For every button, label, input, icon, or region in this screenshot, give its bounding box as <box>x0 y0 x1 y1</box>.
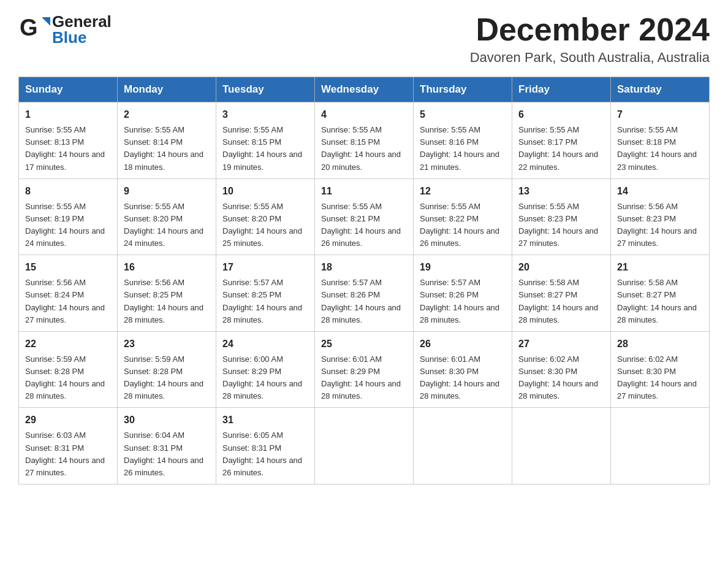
calendar-cell <box>414 408 512 484</box>
calendar-cell <box>315 408 414 484</box>
calendar-cell: 18Sunrise: 5:57 AMSunset: 8:26 PMDayligh… <box>315 255 414 332</box>
day-number: 14 <box>617 184 703 199</box>
day-number: 22 <box>25 337 111 351</box>
day-info: Sunrise: 5:59 AMSunset: 8:28 PMDaylight:… <box>25 353 111 403</box>
calendar-cell: 5Sunrise: 5:55 AMSunset: 8:16 PMDaylight… <box>414 102 512 179</box>
day-number: 2 <box>124 107 210 122</box>
day-number: 19 <box>420 260 506 275</box>
calendar-week-row: 8Sunrise: 5:55 AMSunset: 8:19 PMDaylight… <box>19 178 710 255</box>
calendar-cell: 22Sunrise: 5:59 AMSunset: 8:28 PMDayligh… <box>19 331 118 408</box>
calendar-cell: 24Sunrise: 6:00 AMSunset: 8:29 PMDayligh… <box>216 331 315 408</box>
logo-icon: G <box>18 12 52 46</box>
day-number: 24 <box>222 337 308 351</box>
calendar-cell: 2Sunrise: 5:55 AMSunset: 8:14 PMDaylight… <box>118 102 216 179</box>
day-info: Sunrise: 5:55 AMSunset: 8:19 PMDaylight:… <box>25 201 111 250</box>
day-number: 31 <box>222 413 308 427</box>
day-info: Sunrise: 5:56 AMSunset: 8:23 PMDaylight:… <box>617 201 703 250</box>
day-number: 18 <box>321 260 407 275</box>
day-info: Sunrise: 6:01 AMSunset: 8:29 PMDaylight:… <box>321 353 407 403</box>
day-number: 9 <box>124 184 210 199</box>
calendar-cell: 21Sunrise: 5:58 AMSunset: 8:27 PMDayligh… <box>611 255 710 332</box>
calendar-cell: 6Sunrise: 5:55 AMSunset: 8:17 PMDaylight… <box>512 102 611 179</box>
day-info: Sunrise: 5:55 AMSunset: 8:15 PMDaylight:… <box>321 124 407 174</box>
day-info: Sunrise: 5:57 AMSunset: 8:26 PMDaylight:… <box>420 277 506 326</box>
day-info: Sunrise: 6:01 AMSunset: 8:30 PMDaylight:… <box>420 353 506 403</box>
day-info: Sunrise: 5:56 AMSunset: 8:25 PMDaylight:… <box>124 277 210 326</box>
day-number: 10 <box>222 184 308 199</box>
calendar-cell: 8Sunrise: 5:55 AMSunset: 8:19 PMDaylight… <box>19 178 118 255</box>
title-block: December 2024 Davoren Park, South Austra… <box>470 12 710 66</box>
calendar-cell: 11Sunrise: 5:55 AMSunset: 8:21 PMDayligh… <box>315 178 414 255</box>
day-info: Sunrise: 5:56 AMSunset: 8:24 PMDaylight:… <box>25 277 111 326</box>
day-number: 6 <box>518 107 604 122</box>
calendar-cell: 28Sunrise: 6:02 AMSunset: 8:30 PMDayligh… <box>611 331 710 408</box>
day-info: Sunrise: 5:55 AMSunset: 8:21 PMDaylight:… <box>321 201 407 250</box>
calendar-cell: 23Sunrise: 5:59 AMSunset: 8:28 PMDayligh… <box>118 331 216 408</box>
header-saturday: Saturday <box>611 77 710 102</box>
header-monday: Monday <box>118 77 216 102</box>
day-info: Sunrise: 6:03 AMSunset: 8:31 PMDaylight:… <box>25 429 111 479</box>
calendar-cell: 10Sunrise: 5:55 AMSunset: 8:20 PMDayligh… <box>216 178 315 255</box>
day-info: Sunrise: 5:55 AMSunset: 8:23 PMDaylight:… <box>518 201 604 250</box>
day-number: 8 <box>25 184 111 199</box>
page-header: G General Blue December 2024 Davoren Par… <box>18 12 710 66</box>
calendar-cell: 26Sunrise: 6:01 AMSunset: 8:30 PMDayligh… <box>414 331 512 408</box>
calendar-cell: 3Sunrise: 5:55 AMSunset: 8:15 PMDaylight… <box>216 102 315 179</box>
calendar-cell: 29Sunrise: 6:03 AMSunset: 8:31 PMDayligh… <box>19 408 118 484</box>
day-number: 28 <box>617 337 703 351</box>
calendar-week-row: 1Sunrise: 5:55 AMSunset: 8:13 PMDaylight… <box>19 102 710 179</box>
day-info: Sunrise: 5:55 AMSunset: 8:18 PMDaylight:… <box>617 124 703 174</box>
day-info: Sunrise: 5:57 AMSunset: 8:26 PMDaylight:… <box>321 277 407 326</box>
day-info: Sunrise: 5:57 AMSunset: 8:25 PMDaylight:… <box>222 277 308 326</box>
calendar-week-row: 22Sunrise: 5:59 AMSunset: 8:28 PMDayligh… <box>19 331 710 408</box>
logo-blue-text: Blue <box>52 29 112 45</box>
day-number: 30 <box>124 413 210 427</box>
day-number: 11 <box>321 184 407 199</box>
calendar-cell: 13Sunrise: 5:55 AMSunset: 8:23 PMDayligh… <box>512 178 611 255</box>
day-info: Sunrise: 6:02 AMSunset: 8:30 PMDaylight:… <box>518 353 604 403</box>
day-number: 25 <box>321 337 407 351</box>
day-info: Sunrise: 5:58 AMSunset: 8:27 PMDaylight:… <box>617 277 703 326</box>
calendar-cell: 30Sunrise: 6:04 AMSunset: 8:31 PMDayligh… <box>118 408 216 484</box>
day-number: 17 <box>222 260 308 275</box>
header-friday: Friday <box>512 77 611 102</box>
location-title: Davoren Park, South Australia, Australia <box>470 50 710 66</box>
calendar-week-row: 29Sunrise: 6:03 AMSunset: 8:31 PMDayligh… <box>19 408 710 484</box>
day-info: Sunrise: 5:55 AMSunset: 8:15 PMDaylight:… <box>222 124 308 174</box>
day-number: 23 <box>124 337 210 351</box>
svg-text:G: G <box>20 15 38 40</box>
day-number: 29 <box>25 413 111 427</box>
header-sunday: Sunday <box>19 77 118 102</box>
day-number: 27 <box>518 337 604 351</box>
calendar-cell: 1Sunrise: 5:55 AMSunset: 8:13 PMDaylight… <box>19 102 118 179</box>
calendar-cell: 31Sunrise: 6:05 AMSunset: 8:31 PMDayligh… <box>216 408 315 484</box>
day-number: 5 <box>420 107 506 122</box>
day-info: Sunrise: 5:59 AMSunset: 8:28 PMDaylight:… <box>124 353 210 403</box>
day-number: 1 <box>25 107 111 122</box>
month-title: December 2024 <box>470 12 710 47</box>
calendar-cell <box>512 408 611 484</box>
header-thursday: Thursday <box>414 77 512 102</box>
calendar-cell: 15Sunrise: 5:56 AMSunset: 8:24 PMDayligh… <box>19 255 118 332</box>
day-info: Sunrise: 6:04 AMSunset: 8:31 PMDaylight:… <box>124 429 210 479</box>
calendar-cell <box>611 408 710 484</box>
calendar-header-row: Sunday Monday Tuesday Wednesday Thursday… <box>19 77 710 102</box>
day-info: Sunrise: 5:55 AMSunset: 8:22 PMDaylight:… <box>420 201 506 250</box>
calendar-cell: 16Sunrise: 5:56 AMSunset: 8:25 PMDayligh… <box>118 255 216 332</box>
calendar-cell: 20Sunrise: 5:58 AMSunset: 8:27 PMDayligh… <box>512 255 611 332</box>
day-number: 15 <box>25 260 111 275</box>
day-info: Sunrise: 5:55 AMSunset: 8:20 PMDaylight:… <box>222 201 308 250</box>
header-tuesday: Tuesday <box>216 77 315 102</box>
day-number: 26 <box>420 337 506 351</box>
day-info: Sunrise: 6:05 AMSunset: 8:31 PMDaylight:… <box>222 429 308 479</box>
day-number: 16 <box>124 260 210 275</box>
calendar-cell: 12Sunrise: 5:55 AMSunset: 8:22 PMDayligh… <box>414 178 512 255</box>
logo: G General Blue <box>18 12 112 46</box>
day-info: Sunrise: 5:58 AMSunset: 8:27 PMDaylight:… <box>518 277 604 326</box>
calendar-cell: 14Sunrise: 5:56 AMSunset: 8:23 PMDayligh… <box>611 178 710 255</box>
calendar-cell: 9Sunrise: 5:55 AMSunset: 8:20 PMDaylight… <box>118 178 216 255</box>
day-number: 7 <box>617 107 703 122</box>
day-number: 4 <box>321 107 407 122</box>
day-number: 20 <box>518 260 604 275</box>
calendar-cell: 7Sunrise: 5:55 AMSunset: 8:18 PMDaylight… <box>611 102 710 179</box>
